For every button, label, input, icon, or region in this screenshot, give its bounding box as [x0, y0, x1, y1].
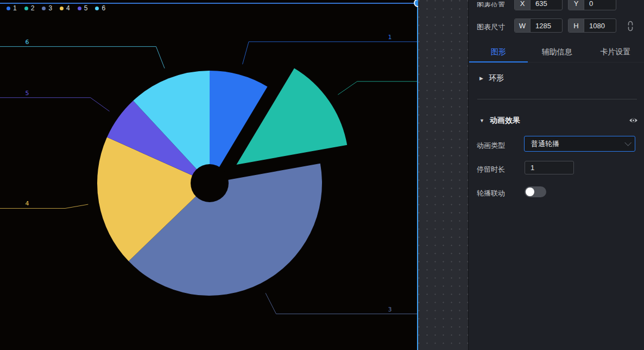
x-position-field[interactable]: X 635 [514, 0, 563, 10]
chart-size-label: 图表尺寸 [477, 23, 505, 31]
legend-item-3[interactable]: 3 [42, 5, 52, 11]
callout-line-2 [338, 82, 418, 95]
anim-type-value: 普通轮播 [531, 139, 559, 149]
section-divider [477, 99, 637, 99]
x-value-input[interactable]: 635 [531, 0, 562, 10]
expand-arrow-icon[interactable]: ▼ [479, 118, 484, 123]
legend-dot [7, 7, 10, 10]
legend-dot [42, 7, 46, 10]
callout-label-1: 1 [388, 34, 392, 41]
w-value-input[interactable]: 1285 [531, 19, 562, 32]
settings-panel: 图表位置 X 635 Y 0 图表尺寸 W 1285 H 1080 图形 辅助信… [468, 0, 644, 350]
callout-label-4: 4 [26, 200, 29, 207]
legend-label: 6 [102, 5, 105, 11]
selection-border-top [0, 3, 418, 4]
tab-auxiliary[interactable]: 辅助信息 [528, 42, 586, 62]
legend-dot [95, 7, 99, 10]
y-value-input[interactable]: 0 [584, 0, 616, 10]
toggle-knob [526, 188, 534, 196]
panel-tabs: 图形 辅助信息 卡片设置 [469, 42, 644, 62]
y-label: Y [569, 0, 584, 10]
callout-line-6 [0, 47, 165, 68]
width-field[interactable]: W 1285 [514, 18, 563, 33]
callout-label-3: 3 [388, 306, 392, 313]
chart-position-label: 图表位置 [477, 1, 505, 7]
visibility-eye-icon[interactable] [629, 117, 638, 124]
anim-type-select[interactable]: 普通轮播 [524, 136, 635, 152]
legend-label: 1 [13, 5, 17, 11]
h-label: H [569, 19, 584, 32]
w-label: W [515, 19, 531, 32]
callout-line-4 [0, 204, 88, 208]
legend-dot [24, 7, 28, 10]
stay-duration-input[interactable] [525, 161, 574, 174]
carousel-link-label: 轮播联动 [477, 189, 505, 197]
legend-dot [60, 7, 64, 10]
section-ring-title: 环形 [489, 73, 504, 83]
y-position-field[interactable]: Y 0 [568, 0, 616, 10]
callout-label-5: 5 [26, 90, 29, 97]
carousel-link-toggle[interactable] [525, 186, 546, 197]
legend-item-5[interactable]: 5 [78, 5, 88, 11]
legend-dot [78, 7, 81, 10]
anim-type-label: 动画类型 [477, 141, 505, 149]
legend-item-1[interactable]: 1 [7, 5, 17, 11]
canvas-gutter [418, 0, 468, 350]
collapse-arrow-icon[interactable]: ▶ [479, 76, 483, 81]
x-label: X [515, 0, 531, 10]
legend-item-2[interactable]: 2 [24, 5, 35, 11]
callout-line-5 [0, 98, 110, 111]
legend-item-6[interactable]: 6 [95, 5, 105, 11]
section-ring-header[interactable]: ▶ 环形 [479, 73, 504, 83]
legend-item-4[interactable]: 4 [60, 5, 70, 11]
height-field[interactable]: H 1080 [568, 18, 616, 33]
legend-label: 4 [66, 5, 70, 11]
legend-label: 2 [31, 5, 35, 11]
aspect-ratio-link-icon[interactable] [626, 20, 635, 32]
callout-line-1 [243, 42, 418, 64]
tab-graphics[interactable]: 图形 [469, 42, 528, 62]
callout-label-6: 6 [26, 39, 29, 46]
section-animation-title: 动画效果 [490, 116, 520, 126]
selection-border-right [417, 0, 418, 350]
tab-card[interactable]: 卡片设置 [586, 42, 644, 62]
legend-label: 5 [84, 5, 88, 11]
section-animation-header[interactable]: ▼ 动画效果 [479, 116, 520, 126]
donut-hole [191, 164, 229, 202]
callout-line-3 [266, 293, 418, 314]
pie-chart[interactable]: 123456 [0, 0, 418, 350]
stay-duration-label: 停留时长 [477, 165, 505, 173]
chart-canvas[interactable]: 123456 123456 [0, 0, 418, 350]
legend-label: 3 [48, 5, 52, 11]
h-value-input[interactable]: 1080 [584, 19, 616, 32]
chevron-down-icon [624, 139, 632, 146]
chart-legend: 123456 [7, 5, 105, 11]
